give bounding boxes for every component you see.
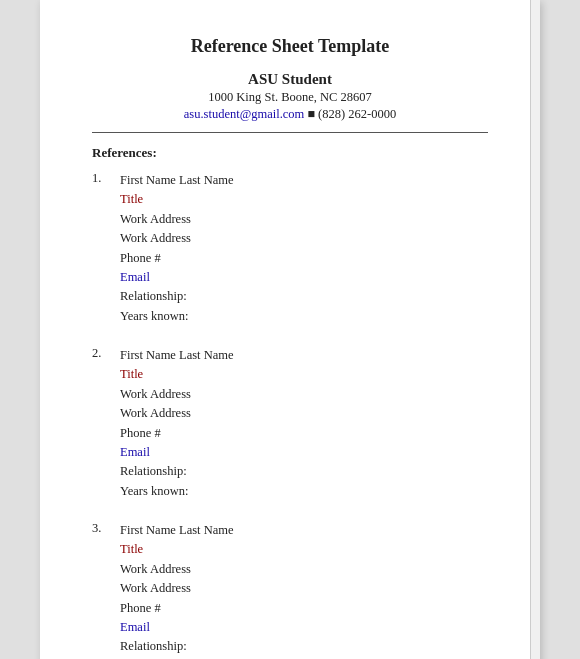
list-item: 1. First Name Last Name Title Work Addre… [92,171,488,326]
ref-details-1: First Name Last Name Title Work Address … [120,171,234,326]
ref-email-2: Email [120,443,234,462]
contact-separator: ■ [307,107,315,121]
references-list: 1. First Name Last Name Title Work Addre… [92,171,488,659]
ref-title-1: Title [120,190,234,209]
ref-name-3: First Name Last Name [120,521,234,540]
page-title: Reference Sheet Template [92,36,488,57]
ref-relationship-1: Relationship: [120,287,234,306]
ref-email-1: Email [120,268,234,287]
ref-relationship-2: Relationship: [120,462,234,481]
ref-work-address-1a: Work Address [120,210,234,229]
ref-work-address-2b: Work Address [120,404,234,423]
ref-name-1: First Name Last Name [120,171,234,190]
list-item: 3. First Name Last Name Title Work Addre… [92,521,488,659]
student-phone: (828) 262-0000 [318,107,396,121]
ref-relationship-3: Relationship: [120,637,234,656]
ref-number-1: 1. [92,171,120,326]
list-item: 2. First Name Last Name Title Work Addre… [92,346,488,501]
ref-details-3: First Name Last Name Title Work Address … [120,521,234,659]
student-contact: asu.student@gmail.com ■ (828) 262-0000 [92,107,488,122]
ref-number-3: 3. [92,521,120,659]
student-email: asu.student@gmail.com [184,107,305,121]
ref-work-address-2a: Work Address [120,385,234,404]
ref-title-2: Title [120,365,234,384]
ref-years-1: Years known: [120,307,234,326]
ref-title-3: Title [120,540,234,559]
ref-phone-3: Phone # [120,599,234,618]
ref-work-address-3b: Work Address [120,579,234,598]
student-name: ASU Student [92,71,488,88]
ref-work-address-1b: Work Address [120,229,234,248]
document-page: Reference Sheet Template ASU Student 100… [40,0,540,659]
scrollbar[interactable] [530,0,540,659]
ref-details-2: First Name Last Name Title Work Address … [120,346,234,501]
references-label: References: [92,145,488,161]
ref-phone-2: Phone # [120,424,234,443]
ref-phone-1: Phone # [120,249,234,268]
ref-number-2: 2. [92,346,120,501]
ref-email-3: Email [120,618,234,637]
ref-work-address-3a: Work Address [120,560,234,579]
student-address: 1000 King St. Boone, NC 28607 [92,90,488,105]
ref-years-2: Years known: [120,482,234,501]
ref-name-2: First Name Last Name [120,346,234,365]
section-divider [92,132,488,133]
